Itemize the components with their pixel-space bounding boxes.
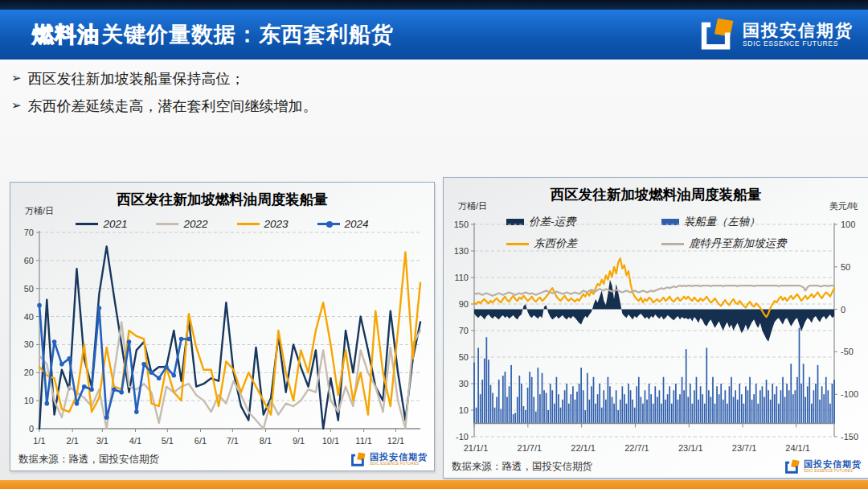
- svg-text:110: 110: [454, 273, 469, 282]
- svg-text:7/1: 7/1: [227, 436, 239, 446]
- svg-text:0: 0: [29, 424, 34, 434]
- bullet-list: ➢ 西区发往新加坡装船量保持高位； ➢ 东西价差延续走高，潜在套利空间继续增加。: [11, 69, 815, 124]
- svg-text:11/1: 11/1: [355, 436, 372, 446]
- slide: 燃料油关键价量数据：东西套利船货 国投安信期货 SDIC ESSENCE FUT…: [0, 0, 868, 489]
- bullet-text: 西区发往新加坡装船量保持高位；: [28, 69, 245, 88]
- page-title-rest: 关键价量数据：东西套利船货: [101, 23, 394, 47]
- svg-text:0: 0: [841, 305, 845, 314]
- svg-text:-10: -10: [456, 432, 469, 442]
- svg-text:8/1: 8/1: [260, 436, 272, 446]
- right-chart-right-unit: 美元/吨: [829, 200, 858, 212]
- left-chart-plot: 0102030405060701/12/13/14/15/16/17/18/19…: [15, 226, 430, 450]
- bullet-item: ➢ 东西价差延续走高，潜在套利空间继续增加。: [11, 97, 815, 116]
- svg-text:70: 70: [459, 326, 469, 335]
- mini-logo-name-en: SDIC ESSENCE FUTURES: [370, 462, 428, 466]
- svg-text:40: 40: [24, 312, 34, 322]
- right-chart-title: 西区发往新加坡燃料油周度装船量: [444, 178, 868, 204]
- sdic-logo-icon: [350, 452, 366, 467]
- svg-text:3/1: 3/1: [96, 436, 108, 446]
- svg-text:24/1/1: 24/1/1: [785, 443, 810, 453]
- logo-name-cn: 国投安信期货: [743, 22, 854, 39]
- logo-name-en: SDIC ESSENCE FUTURES: [743, 40, 854, 47]
- source-note: 数据来源：路透，国投安信期货: [452, 460, 592, 474]
- mini-logo-name-en: SDIC ESSENCE FUTURES: [804, 470, 862, 474]
- svg-text:70: 70: [24, 228, 34, 237]
- mini-company-logo: 国投安信期货 SDIC ESSENCE FUTURES: [350, 452, 428, 467]
- svg-text:23/7/1: 23/7/1: [732, 443, 757, 453]
- svg-text:30: 30: [459, 379, 469, 388]
- svg-text:20: 20: [24, 368, 34, 377]
- page-title-emphasis: 燃料油: [32, 23, 100, 47]
- svg-text:-150: -150: [841, 432, 858, 442]
- svg-text:21/1/1: 21/1/1: [464, 443, 489, 453]
- svg-text:1/1: 1/1: [33, 436, 45, 446]
- svg-text:90: 90: [459, 299, 469, 309]
- legend-swatch: [156, 223, 178, 225]
- source-note: 数据来源：路透，国投安信期货: [18, 453, 159, 466]
- svg-text:22/1/1: 22/1/1: [571, 443, 596, 453]
- mini-logo-name-cn: 国投安信期货: [370, 453, 428, 462]
- svg-text:6/1: 6/1: [194, 436, 207, 446]
- svg-text:9/1: 9/1: [293, 436, 305, 446]
- bullet-text: 东西价差延续走高，潜在套利空间继续增加。: [28, 97, 317, 116]
- svg-text:150: 150: [454, 220, 469, 229]
- svg-text:50: 50: [459, 352, 469, 362]
- bottom-orange-bar: [0, 480, 868, 489]
- svg-text:22/7/1: 22/7/1: [624, 443, 649, 453]
- left-chart-panel: 西区发往新加坡燃料油周度装船量 万桶/日 2021202220232024 01…: [10, 182, 435, 471]
- sdic-logo-icon: [699, 18, 736, 51]
- company-logo: 国投安信期货 SDIC ESSENCE FUTURES: [699, 18, 854, 51]
- svg-text:130: 130: [454, 246, 469, 256]
- svg-text:50: 50: [24, 284, 34, 294]
- right-chart-plot: -101030507090110130150-150-100-500501002…: [447, 220, 865, 456]
- legend-swatch: [317, 223, 340, 225]
- left-chart-source-row: 数据来源：路透，国投安信期货 国投安信期货 SDIC ESSENCE FUTUR…: [18, 452, 428, 467]
- left-chart-y-unit: 万桶/日: [25, 205, 54, 217]
- page-title: 燃料油关键价量数据：东西套利船货: [32, 20, 394, 49]
- svg-text:4/1: 4/1: [129, 436, 141, 446]
- svg-text:2/1: 2/1: [67, 436, 79, 446]
- bullet-arrow-icon: ➢: [11, 71, 22, 85]
- svg-text:10: 10: [459, 405, 469, 415]
- svg-text:60: 60: [24, 256, 34, 265]
- svg-text:-50: -50: [841, 347, 854, 356]
- svg-text:5/1: 5/1: [162, 436, 174, 446]
- legend-swatch: [76, 223, 98, 225]
- svg-text:10: 10: [24, 396, 34, 405]
- svg-text:50: 50: [841, 262, 850, 272]
- bullet-arrow-icon: ➢: [11, 98, 22, 113]
- svg-text:21/7/1: 21/7/1: [518, 443, 542, 453]
- mini-logo-name-cn: 国投安信期货: [804, 460, 862, 469]
- right-chart-source-row: 数据来源：路透，国投安信期货 国投安信期货 SDIC ESSENCE FUTUR…: [452, 459, 862, 475]
- top-dark-strip: [0, 0, 868, 10]
- svg-text:10/1: 10/1: [322, 436, 339, 446]
- svg-text:23/1/1: 23/1/1: [678, 443, 703, 453]
- legend-swatch: [237, 223, 260, 225]
- svg-text:30: 30: [24, 339, 34, 349]
- svg-text:-100: -100: [841, 389, 858, 399]
- mini-company-logo: 国投安信期货 SDIC ESSENCE FUTURES: [784, 459, 862, 475]
- sdic-logo-icon: [784, 459, 800, 475]
- right-chart-left-unit: 万桶/日: [458, 200, 487, 212]
- bullet-item: ➢ 西区发往新加坡装船量保持高位；: [11, 69, 815, 88]
- svg-text:100: 100: [841, 220, 855, 229]
- right-chart-panel: 西区发往新加坡燃料油周度装船量 万桶/日 美元/吨 价差-运费装船量（左轴）东西…: [443, 177, 868, 479]
- svg-text:12/1: 12/1: [387, 436, 404, 446]
- header-bar: 燃料油关键价量数据：东西套利船货 国投安信期货 SDIC ESSENCE FUT…: [0, 10, 868, 60]
- left-chart-title: 西区发往新加坡燃料油周度装船量: [10, 183, 434, 209]
